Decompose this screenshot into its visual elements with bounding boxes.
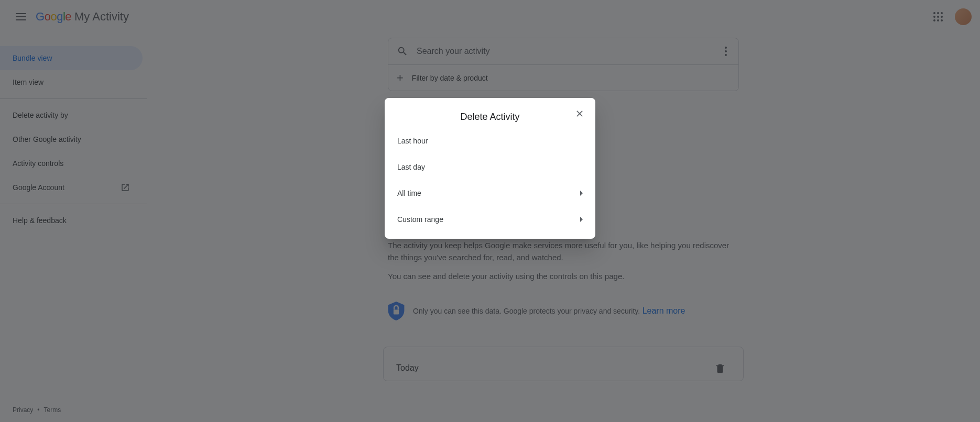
dialog-option-all-time[interactable]: All time — [385, 180, 595, 206]
option-label: Last day — [397, 163, 425, 171]
dialog-option-custom-range[interactable]: Custom range — [385, 206, 595, 232]
dialog-title: Delete Activity — [385, 98, 595, 128]
modal-scrim[interactable]: Delete Activity Last hour Last day All t… — [0, 0, 980, 422]
delete-activity-dialog: Delete Activity Last hour Last day All t… — [385, 98, 595, 239]
dialog-option-last-day[interactable]: Last day — [385, 154, 595, 180]
dialog-close-button[interactable] — [569, 103, 590, 124]
dialog-option-last-hour[interactable]: Last hour — [385, 128, 595, 154]
chevron-right-icon — [580, 217, 583, 222]
option-label: All time — [397, 189, 421, 197]
option-label: Last hour — [397, 137, 428, 145]
chevron-right-icon — [580, 191, 583, 196]
close-icon — [574, 108, 585, 119]
option-label: Custom range — [397, 215, 443, 224]
